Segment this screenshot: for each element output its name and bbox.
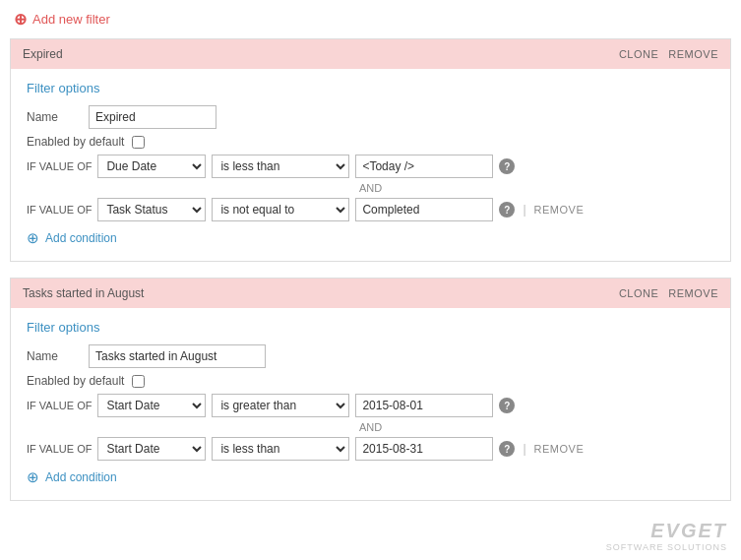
add-condition-label-august: Add condition [45, 470, 117, 484]
enabled-row-august: Enabled by default [27, 374, 714, 388]
field-select-0-august[interactable]: Start Date [97, 394, 206, 417]
filter-options-title-expired: Filter options [27, 81, 714, 95]
value-input-1-expired[interactable] [355, 198, 493, 221]
filter-block-august: Tasks started in August CLONE REMOVE Fil… [10, 278, 731, 501]
branding-logo: EVGET [606, 520, 727, 542]
filter-title-august: Tasks started in August [23, 286, 144, 300]
enabled-checkbox-august[interactable] [132, 375, 145, 388]
name-label-august: Name [27, 349, 81, 363]
pipe-sep-1-august: | [523, 442, 525, 456]
remove-button-expired[interactable]: REMOVE [668, 48, 718, 60]
filter-body-august: Filter options Name Enabled by default I… [11, 308, 730, 500]
branding-tagline: SOFTWARE SOLUTIONS [606, 542, 727, 552]
name-row-august: Name [27, 344, 714, 368]
filter-header-expired: Expired CLONE REMOVE [11, 39, 730, 69]
value-input-0-august[interactable] [355, 394, 493, 417]
operator-select-1-august[interactable]: is less than [212, 437, 349, 461]
if-value-label-0-august: IF VALUE OF [27, 400, 92, 411]
enabled-row-expired: Enabled by default [27, 135, 714, 149]
enabled-label-expired: Enabled by default [27, 135, 124, 149]
field-select-1-august[interactable]: Start Date [97, 437, 206, 461]
help-icon-1-august[interactable]: ? [499, 441, 515, 457]
filter-actions-august: CLONE REMOVE [619, 287, 718, 299]
filter-header-august: Tasks started in August CLONE REMOVE [11, 279, 730, 308]
operator-select-0-august[interactable]: is greater than [212, 394, 349, 417]
add-condition-icon-august: ⊕ [27, 468, 39, 486]
if-value-label-0-expired: IF VALUE OF [27, 160, 92, 172]
name-label-expired: Name [27, 110, 81, 124]
remove-condition-1-expired[interactable]: REMOVE [534, 204, 585, 216]
and-label-august: AND [27, 421, 714, 433]
condition-row-0-august: IF VALUE OF Start Date is greater than ? [27, 394, 714, 417]
value-input-1-august[interactable] [355, 437, 493, 461]
enabled-checkbox-expired[interactable] [132, 136, 145, 149]
clone-button-august[interactable]: CLONE [619, 287, 658, 299]
clone-button-expired[interactable]: CLONE [619, 48, 658, 60]
if-value-label-1-expired: IF VALUE OF [27, 204, 92, 216]
add-condition-label-expired: Add condition [45, 231, 117, 245]
field-select-0-expired[interactable]: Due Date [97, 155, 206, 178]
enabled-label-august: Enabled by default [27, 374, 124, 388]
help-icon-0-expired[interactable]: ? [499, 158, 515, 174]
condition-row-1-august: IF VALUE OF Start Date is less than ? | … [27, 437, 714, 461]
help-icon-1-expired[interactable]: ? [499, 202, 515, 218]
operator-select-1-expired[interactable]: is not equal to [212, 198, 349, 221]
if-value-label-1-august: IF VALUE OF [27, 443, 92, 455]
help-icon-0-august[interactable]: ? [499, 398, 515, 413]
remove-condition-1-august[interactable]: REMOVE [534, 443, 585, 455]
name-input-august[interactable] [89, 344, 266, 368]
add-icon: ⊕ [14, 10, 27, 29]
add-new-filter-button[interactable]: Add new filter [32, 12, 110, 27]
add-condition-icon-expired: ⊕ [27, 229, 39, 247]
condition-row-0-expired: IF VALUE OF Due Date is less than ? [27, 155, 714, 178]
name-input-expired[interactable] [89, 105, 216, 129]
operator-select-0-expired[interactable]: is less than [212, 155, 349, 178]
filter-options-title-august: Filter options [27, 320, 714, 335]
top-bar: ⊕ Add new filter [0, 0, 741, 38]
add-condition-august[interactable]: ⊕ Add condition [27, 468, 714, 486]
branding: EVGET SOFTWARE SOLUTIONS [606, 520, 727, 552]
condition-row-1-expired: IF VALUE OF Task Status is not equal to … [27, 198, 714, 221]
filter-body-expired: Filter options Name Enabled by default I… [11, 69, 730, 261]
value-input-0-expired[interactable] [355, 155, 493, 178]
pipe-sep-1-expired: | [523, 203, 525, 217]
field-select-1-expired[interactable]: Task Status [97, 198, 206, 221]
filter-title-expired: Expired [23, 47, 63, 61]
filter-actions-expired: CLONE REMOVE [619, 48, 718, 60]
and-label-expired: AND [27, 182, 714, 194]
name-row-expired: Name [27, 105, 714, 129]
remove-button-august[interactable]: REMOVE [668, 287, 718, 299]
filter-block-expired: Expired CLONE REMOVE Filter options Name… [10, 38, 731, 262]
add-condition-expired[interactable]: ⊕ Add condition [27, 229, 714, 247]
